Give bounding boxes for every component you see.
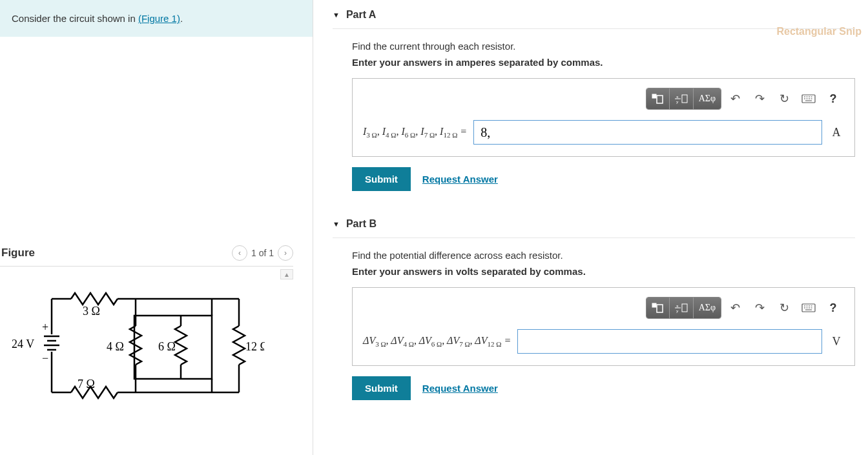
- figure-nav-label: 1 of 1: [251, 248, 274, 258]
- svg-rect-39: [682, 304, 687, 312]
- svg-rect-24: [652, 94, 656, 98]
- plus-icon: +: [42, 321, 48, 334]
- reset-button[interactable]: ↻: [773, 298, 795, 318]
- keyboard-button[interactable]: [798, 88, 820, 109]
- part-a-request-answer-link[interactable]: Request Answer: [422, 174, 498, 185]
- part-b-answer-input[interactable]: [517, 329, 822, 354]
- part-b-unit: V: [829, 335, 844, 349]
- svg-rect-35: [657, 305, 663, 312]
- template-tool-button[interactable]: [646, 88, 670, 109]
- template-tool-button[interactable]: [646, 298, 670, 318]
- figure-prev-button[interactable]: ‹: [232, 245, 247, 261]
- problem-statement: Consider the circuit shown in (Figure 1)…: [0, 0, 313, 37]
- redo-button[interactable]: ↷: [749, 88, 770, 109]
- fraction-tool-button[interactable]: xy: [670, 88, 694, 109]
- scroll-up-icon[interactable]: ▲: [280, 269, 293, 279]
- fraction-tool-button[interactable]: xy: [670, 298, 694, 318]
- problem-text-suffix: .: [180, 13, 183, 24]
- r-bottom-label: 7 Ω: [78, 378, 95, 390]
- part-b-prompt: Find the potential difference across eac…: [333, 250, 855, 261]
- greek-tool-button[interactable]: ΑΣφ: [694, 88, 721, 109]
- part-b-eq-label: ΔV3 Ω, ΔV4 Ω, ΔV6 Ω, ΔV7 Ω, ΔV12 Ω =: [363, 335, 511, 348]
- figure-next-button[interactable]: ›: [278, 245, 293, 261]
- reset-button[interactable]: ↻: [773, 88, 795, 109]
- part-b-request-answer-link[interactable]: Request Answer: [422, 383, 498, 394]
- keyboard-button[interactable]: [798, 298, 820, 318]
- part-b-title: Part B: [346, 218, 377, 230]
- problem-text-prefix: Consider the circuit shown in: [12, 13, 138, 24]
- svg-rect-34: [652, 303, 656, 307]
- circuit-diagram: + − 24 V 3 Ω 4 Ω 6 Ω 12 Ω 7 Ω: [6, 279, 265, 415]
- r1-label: 4 Ω: [107, 340, 124, 353]
- greek-tool-button[interactable]: ΑΣφ: [694, 298, 721, 318]
- help-button[interactable]: ?: [822, 88, 844, 109]
- part-a-header[interactable]: ▼ Part A: [333, 0, 855, 28]
- redo-button[interactable]: ↷: [749, 298, 770, 318]
- part-a-eq-label: I3 Ω, I4 Ω, I6 Ω, I7 Ω, I12 Ω =: [363, 126, 467, 139]
- svg-text:y: y: [676, 308, 679, 313]
- r2-label: 6 Ω: [158, 340, 176, 353]
- part-a-prompt: Find the current through each resistor.: [333, 41, 855, 52]
- part-a-title: Part A: [346, 9, 377, 21]
- minus-icon: −: [42, 352, 48, 365]
- svg-rect-29: [682, 95, 687, 103]
- part-b-submit-button[interactable]: Submit: [352, 376, 411, 400]
- figure-title: Figure: [1, 247, 35, 259]
- caret-down-icon: ▼: [333, 11, 340, 19]
- part-a-answer-box: xy ΑΣφ ↶ ↷ ↻ ? I3 Ω, I4 Ω, I6 Ω, I7 Ω, I…: [352, 78, 855, 157]
- part-b-instruction: Enter your answers in volts separated by…: [333, 266, 855, 277]
- part-b-answer-box: xy ΑΣφ ↶ ↷ ↻ ? ΔV3 Ω, ΔV4 Ω, ΔV6 Ω, ΔV7 …: [352, 287, 855, 366]
- part-a-unit: A: [829, 126, 844, 139]
- help-button[interactable]: ?: [822, 298, 844, 318]
- part-a-instruction: Enter your answers in amperes separated …: [333, 57, 855, 68]
- undo-button[interactable]: ↶: [724, 88, 746, 109]
- svg-text:y: y: [676, 99, 679, 104]
- figure-link[interactable]: (Figure 1): [138, 13, 180, 24]
- watermark-text: Rectangular Snip: [776, 26, 862, 37]
- part-a-submit-button[interactable]: Submit: [352, 167, 411, 191]
- svg-rect-25: [657, 96, 663, 103]
- part-a-answer-input[interactable]: [473, 120, 822, 145]
- undo-button[interactable]: ↶: [724, 298, 746, 318]
- r3-label: 12 Ω: [245, 340, 265, 353]
- part-b-header[interactable]: ▼ Part B: [333, 209, 855, 238]
- r-top-label: 3 Ω: [83, 305, 100, 318]
- caret-down-icon: ▼: [333, 220, 340, 228]
- voltage-label: 24 V: [12, 338, 34, 350]
